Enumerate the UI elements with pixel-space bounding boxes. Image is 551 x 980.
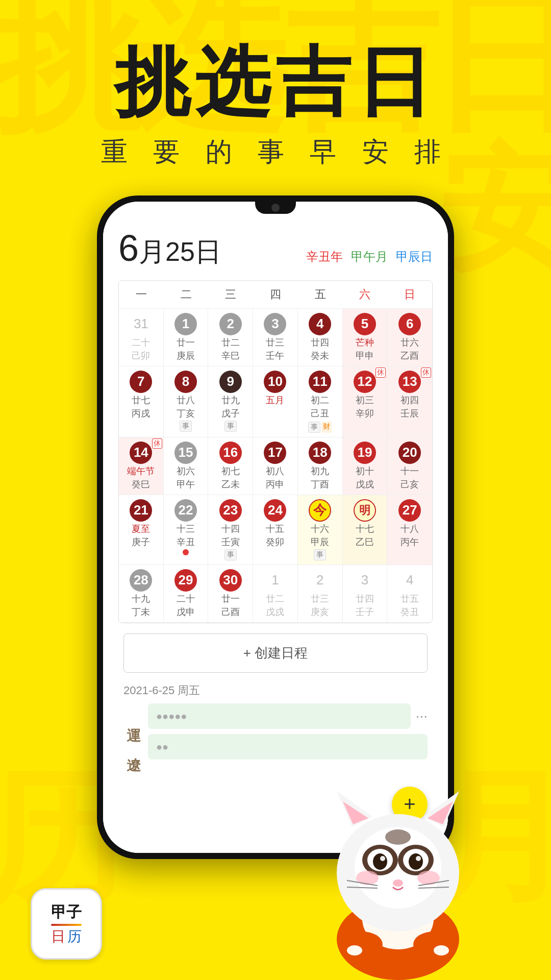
weekday-wed: 三: [208, 281, 253, 308]
day-lunar: 十六: [311, 523, 329, 535]
cal-day-18[interactable]: 18 初九 丁酉: [298, 437, 343, 495]
cal-day-8[interactable]: 8 廿八 丁亥 事: [164, 366, 209, 437]
svg-point-20: [393, 879, 403, 887]
cal-day-5[interactable]: 5 芒种 甲申: [343, 309, 388, 366]
cal-day-23[interactable]: 23 十四 壬寅 事: [208, 495, 253, 565]
cal-day-3[interactable]: 3 廿三 壬午: [253, 309, 298, 366]
create-schedule-button[interactable]: + 创建日程: [123, 633, 428, 673]
day-number: 13: [398, 371, 421, 393]
cal-day-22[interactable]: 22 十三 辛丑: [164, 495, 209, 565]
day-number: 30: [219, 569, 242, 592]
day-lunar: 十九: [132, 593, 150, 605]
day-stem: 癸巳: [132, 478, 150, 491]
day-lunar: 十七: [356, 523, 374, 535]
day-number: 23: [219, 499, 242, 522]
day-number: 11: [309, 371, 331, 393]
day-lunar: 廿九: [221, 394, 240, 406]
svg-point-21: [385, 829, 411, 845]
cal-day-26-tomorrow[interactable]: 明 十七 乙巳: [343, 495, 388, 565]
day-stem: 戊申: [177, 606, 195, 618]
weekday-sat: 六: [343, 281, 388, 308]
cal-day-12[interactable]: 休 12 初三 辛卯: [343, 366, 388, 437]
cal-day-27[interactable]: 27 十八 丙午: [387, 495, 432, 565]
cal-day-16[interactable]: 16 初七 乙未: [208, 437, 253, 495]
cal-day-4b[interactable]: 4 廿五 癸丑: [387, 565, 432, 623]
svg-point-15: [409, 853, 423, 870]
day-stem: 丁未: [132, 606, 150, 618]
day-number: 22: [174, 499, 197, 522]
day-stem: 庚亥: [311, 606, 329, 618]
logo-bar: [51, 924, 82, 926]
day-number: 31: [130, 313, 152, 335]
cal-day-1a[interactable]: 1 廿一 庚辰: [164, 309, 209, 366]
cal-day-21[interactable]: 21 夏至 庚子: [119, 495, 164, 565]
day-stem: 甲午: [177, 478, 195, 491]
day-number: 16: [219, 442, 242, 464]
cal-day-2a[interactable]: 2 廿二 辛巳: [208, 309, 253, 366]
day-number: 8: [174, 371, 197, 393]
cal-day-6[interactable]: 6 廿六 乙酉: [387, 309, 432, 366]
day-number: 20: [398, 442, 421, 464]
day-stem: 丙申: [266, 478, 284, 491]
day-stem: 壬寅: [221, 536, 240, 548]
day-lunar: 五月: [266, 394, 284, 406]
cal-day-17[interactable]: 17 初八 丙申: [253, 437, 298, 495]
day-lunar: 十五: [266, 523, 284, 535]
svg-point-28: [347, 945, 362, 955]
cal-day-1b[interactable]: 1 廿二 戊戌: [253, 565, 298, 623]
cal-day-13[interactable]: 休 13 初四 壬辰: [387, 366, 432, 437]
cal-day-24[interactable]: 24 十五 癸卯: [253, 495, 298, 565]
day-stem: 壬子: [356, 606, 374, 618]
svg-point-27: [413, 932, 454, 957]
mascot-cat: [296, 725, 500, 980]
cal-day-20[interactable]: 20 十一 己亥: [387, 437, 432, 495]
day-stem: 庚辰: [177, 350, 195, 362]
cal-day-11[interactable]: 11 初二 己丑 事 财: [298, 366, 343, 437]
day-number: 10: [264, 371, 286, 393]
cal-day-31[interactable]: 31 二十 己卯: [119, 309, 164, 366]
day-lunar: 十三: [177, 523, 195, 535]
day-number-today: 今: [309, 499, 331, 522]
day-stem: 己酉: [221, 606, 240, 618]
day-lunar: 夏至: [132, 523, 150, 535]
day-lunar: 十一: [400, 465, 419, 477]
event-badge: 事: [224, 421, 237, 432]
day-stem: 己亥: [400, 478, 419, 491]
cal-day-10[interactable]: 10 五月: [253, 366, 298, 437]
day-stem: 丁亥: [177, 407, 195, 420]
day-lunar: 初四: [400, 394, 419, 406]
cal-day-30[interactable]: 30 廿一 己酉: [208, 565, 253, 623]
day-lunar: 芒种: [356, 336, 374, 349]
date-display: 6月25日: [118, 227, 221, 270]
cal-day-14[interactable]: 休 14 端午节 癸巳: [119, 437, 164, 495]
day-number: 7: [130, 371, 152, 393]
day-lunar: 十四: [221, 523, 240, 535]
day-number: 3: [264, 313, 286, 335]
cal-day-25-today[interactable]: 今 十六 甲辰 事: [298, 495, 343, 565]
logo-text-top: 甲子: [51, 902, 82, 923]
day-number: 2: [309, 569, 331, 592]
day-number: 21: [130, 499, 152, 522]
cal-day-29[interactable]: 29 二十 戊申: [164, 565, 209, 623]
cal-day-9[interactable]: 9 廿九 戊子 事: [208, 366, 253, 437]
cal-day-15[interactable]: 15 初六 甲午: [164, 437, 209, 495]
cal-day-28[interactable]: 28 十九 丁未: [119, 565, 164, 623]
day-stem: 甲申: [356, 350, 374, 362]
wealth-badge: 财: [321, 422, 332, 433]
cal-day-4[interactable]: 4 廿四 癸未: [298, 309, 343, 366]
day-number: 28: [130, 569, 152, 592]
schedule-date: 2021-6-25 周五: [123, 683, 428, 698]
day-number: 27: [398, 499, 421, 522]
cal-day-19[interactable]: 19 初十 戊戌: [343, 437, 388, 495]
cal-day-7[interactable]: 7 廿七 丙戌: [119, 366, 164, 437]
day-stem: 壬午: [266, 350, 284, 362]
cal-day-3b[interactable]: 3 廿四 壬子: [343, 565, 388, 623]
day-stem: 戊戌: [266, 606, 284, 618]
day-lunar: 二十: [177, 593, 195, 605]
schedule-more-button[interactable]: ···: [416, 708, 428, 724]
day-number: 14: [130, 442, 152, 464]
cal-day-2b[interactable]: 2 廿三 庚亥: [298, 565, 343, 623]
day-number: 17: [264, 442, 286, 464]
day-lunar: 初三: [356, 394, 374, 406]
day-stem: 壬辰: [400, 407, 419, 420]
